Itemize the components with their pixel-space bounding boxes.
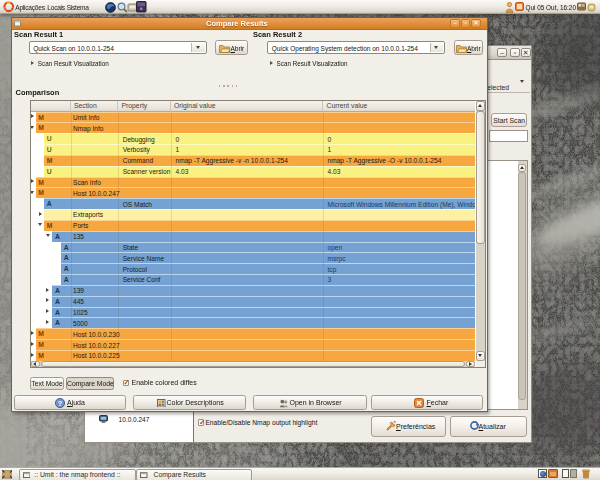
svg-text:?: ?: [58, 399, 63, 408]
